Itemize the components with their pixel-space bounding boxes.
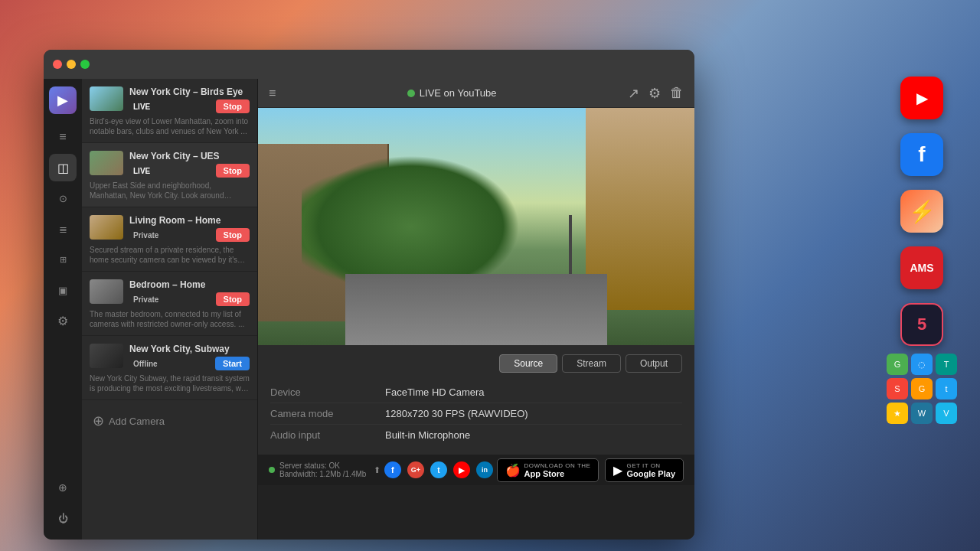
monitor-icon: ▣ [58, 285, 67, 296]
small-icon-9[interactable]: V [936, 403, 957, 424]
youtube-app-icon[interactable]: ▶ [900, 77, 943, 119]
camera-header-1: New York City – Birds Eye LIVE Stop [90, 86, 250, 113]
footer-social: f G+ t ▶ in [384, 461, 493, 478]
tab-row: Source Stream Output [270, 354, 682, 373]
camera-thumb-2 [90, 151, 123, 175]
camera-status-1: LIVE [129, 102, 154, 112]
camera-item-1[interactable]: New York City – Birds Eye LIVE Stop Bird… [82, 79, 257, 143]
small-icon-4[interactable]: S [887, 378, 908, 399]
camera-item-4[interactable]: Bedroom – Home Private Stop The master b… [82, 272, 257, 336]
upload-icon: ⬆ [374, 465, 381, 475]
camera-header-4: Bedroom – Home Private Stop [90, 279, 250, 306]
sidebar-item-book[interactable]: ◫ [49, 154, 77, 181]
video-preview [258, 108, 694, 345]
camera-status-row-4: Private Stop [129, 292, 250, 306]
right-app-icons: ▶ f ⚡ AMS 5 G ◌ T S G [887, 77, 957, 424]
sidebar-item-list[interactable]: ≣ [49, 215, 77, 243]
small-icon-3[interactable]: T [936, 354, 957, 375]
sidebar-item-grid[interactable]: ⊞ [49, 246, 77, 273]
trash-icon[interactable]: 🗑 [670, 85, 684, 101]
audio-input-value: Built-in Microphone [385, 429, 470, 441]
audio-input-label: Audio input [270, 429, 385, 441]
social-youtube[interactable]: ▶ [453, 461, 470, 478]
small-icon-2-glyph: ◌ [918, 360, 926, 370]
ams-app-icon[interactable]: AMS [900, 246, 943, 289]
camera-button-2[interactable]: Stop [216, 164, 250, 178]
share-icon[interactable]: ↗ [628, 85, 639, 102]
social-googleplus[interactable]: G+ [407, 461, 424, 478]
camera-button-5[interactable]: Start [215, 357, 250, 370]
minimize-button[interactable] [67, 60, 76, 69]
main-content: ▶ ≡ ◫ ⊙ ≣ ⊞ ▣ ⚙ [44, 79, 694, 540]
google-play-badge[interactable]: ▶ GET IT ON Google Play [605, 458, 684, 482]
social-linkedin[interactable]: in [476, 461, 493, 478]
circle5-app-icon[interactable]: 5 [900, 303, 943, 346]
sidebar-item-location[interactable]: ⊙ [49, 184, 77, 212]
camera-desc-4: The master bedroom, connected to my list… [90, 309, 250, 329]
camera-info-4: Bedroom – Home Private Stop [129, 279, 250, 306]
camera-header-3: Living Room – Home Private Stop [90, 215, 250, 242]
sidebar-icons: ▶ ≡ ◫ ⊙ ≣ ⊞ ▣ ⚙ [44, 79, 82, 540]
camera-name-2: New York City – UES [129, 151, 250, 161]
tab-stream[interactable]: Stream [562, 354, 621, 373]
google-play-icon: ▶ [613, 463, 622, 478]
small-icon-2[interactable]: ◌ [911, 354, 933, 375]
small-icon-6[interactable]: t [936, 378, 957, 399]
list-icon: ≣ [59, 223, 67, 235]
small-icon-7[interactable]: ★ [887, 403, 908, 424]
settings-icon: ⚙ [57, 314, 68, 328]
settings-icon-topbar[interactable]: ⚙ [648, 85, 661, 102]
tab-output[interactable]: Output [626, 354, 682, 373]
tab-source[interactable]: Source [499, 354, 557, 373]
hamburger-icon[interactable]: ≡ [269, 86, 276, 100]
google-play-text: GET IT ON Google Play [626, 462, 675, 478]
title-bar [44, 50, 694, 79]
camera-info-5: New York City, Subway Offline Start [129, 344, 250, 370]
plus-icon: ⊕ [58, 481, 67, 494]
small-icon-8[interactable]: W [911, 403, 933, 424]
camera-item-2[interactable]: New York City – UES LIVE Stop Upper East… [82, 143, 257, 207]
sidebar-logo[interactable]: ▶ [49, 86, 77, 114]
add-camera-icon: ⊕ [93, 412, 104, 429]
camera-name-1: New York City – Birds Eye [129, 86, 250, 97]
camera-button-3[interactable]: Stop [216, 228, 250, 242]
camera-button-4[interactable]: Stop [216, 292, 250, 306]
add-camera-label: Add Camera [109, 416, 165, 427]
grid-icon: ⊞ [60, 255, 67, 265]
camera-item-5[interactable]: New York City, Subway Offline Start New … [82, 336, 257, 400]
video-scene [258, 108, 694, 345]
camera-info-2: New York City – UES LIVE Stop [129, 151, 250, 178]
sidebar-item-feeds[interactable]: ≡ [49, 123, 77, 151]
facebook-app-icon[interactable]: f [900, 133, 943, 176]
small-icon-1-glyph: G [894, 360, 901, 369]
store-badges: 🍎 Download on the App Store ▶ GET IT ON … [497, 458, 684, 482]
camera-mode-row: Camera mode 980x551 30 FPS (RAWVIDEO) [270, 403, 682, 425]
sidebar-item-plus[interactable]: ⊕ [49, 474, 77, 501]
camera-list: New York City – Birds Eye LIVE Stop Bird… [82, 79, 258, 540]
social-facebook[interactable]: f [384, 461, 401, 478]
camera-desc-2: Upper East Side and neighborhood, Manhat… [90, 181, 250, 201]
sidebar-item-settings[interactable]: ⚙ [49, 307, 77, 334]
bandwidth-text: Bandwidth: 1.2Mb /1.4Mb [279, 470, 366, 478]
app-store-badge[interactable]: 🍎 Download on the App Store [497, 458, 599, 482]
small-icon-1[interactable]: G [887, 354, 908, 375]
lightning-app-icon[interactable]: ⚡ [900, 190, 943, 233]
camera-desc-5: New York City Subway, the rapid transit … [90, 373, 250, 393]
close-button[interactable] [53, 60, 62, 69]
social-twitter[interactable]: t [430, 461, 447, 478]
sidebar-item-monitor[interactable]: ▣ [49, 276, 77, 304]
logo-icon: ▶ [57, 92, 68, 109]
camera-name-5: New York City, Subway [129, 344, 250, 354]
small-icon-5[interactable]: G [911, 378, 933, 399]
maximize-button[interactable] [80, 60, 90, 69]
camera-item-3[interactable]: Living Room – Home Private Stop Secured … [82, 207, 257, 272]
camera-info-1: New York City – Birds Eye LIVE Stop [129, 86, 250, 113]
add-camera-button[interactable]: ⊕ Add Camera [82, 403, 257, 439]
camera-mode-label: Camera mode [270, 408, 385, 419]
small-icon-5-glyph: G [919, 384, 926, 393]
traffic-lights [53, 60, 90, 69]
sidebar-item-power[interactable]: ⏻ [49, 504, 77, 532]
camera-button-1[interactable]: Stop [216, 99, 250, 113]
small-icon-8-glyph: W [918, 409, 926, 418]
footer: Server status: OK Bandwidth: 1.2Mb /1.4M… [258, 455, 694, 485]
